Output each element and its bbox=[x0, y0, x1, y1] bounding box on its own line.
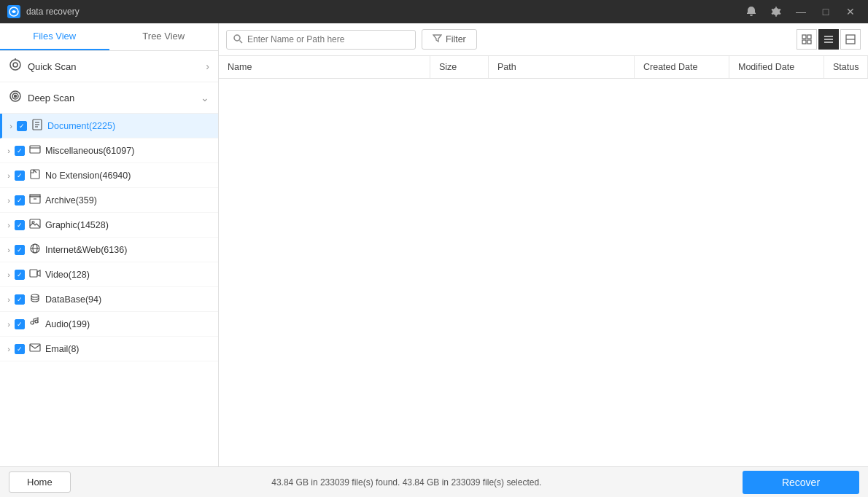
col-header-name[interactable]: Name bbox=[219, 56, 430, 78]
minimize-btn[interactable]: — bbox=[791, 1, 811, 22]
col-header-size[interactable]: Size bbox=[430, 56, 489, 78]
expand-internet-web[interactable]: › bbox=[3, 246, 15, 254]
svg-rect-17 bbox=[30, 219, 40, 228]
table-header: Name Size Path Created Date Modified Dat… bbox=[219, 56, 868, 79]
category-audio[interactable]: › Audio(199) bbox=[0, 312, 218, 337]
app-title: data recovery bbox=[26, 7, 741, 17]
tab-tree-view[interactable]: Tree View bbox=[109, 23, 219, 50]
expand-video[interactable]: › bbox=[3, 270, 15, 279]
svg-rect-32 bbox=[807, 35, 811, 39]
email-icon bbox=[29, 342, 41, 356]
svg-rect-33 bbox=[802, 40, 806, 44]
window-controls: — □ ✕ bbox=[741, 1, 861, 22]
deep-scan-icon bbox=[9, 90, 22, 106]
checkbox-graphic[interactable] bbox=[15, 220, 25, 230]
svg-rect-11 bbox=[30, 146, 40, 153]
no-extension-label: No Extension(46940) bbox=[45, 171, 131, 181]
checkbox-email[interactable] bbox=[15, 344, 25, 354]
graphic-icon bbox=[29, 218, 41, 232]
checkbox-no-extension[interactable] bbox=[15, 171, 25, 181]
audio-label: Audio(199) bbox=[45, 319, 90, 329]
sidebar: Files View Tree View Quick Scan › bbox=[0, 23, 219, 466]
audio-icon bbox=[29, 317, 41, 331]
maximize-btn[interactable]: □ bbox=[815, 1, 836, 22]
graphic-label: Graphic(14528) bbox=[45, 220, 109, 230]
email-label: Email(8) bbox=[45, 344, 80, 354]
expand-no-extension[interactable]: › bbox=[3, 171, 15, 180]
category-graphic[interactable]: › Graphic(14528) bbox=[0, 213, 218, 238]
filter-label: Filter bbox=[446, 34, 466, 44]
notification-btn[interactable] bbox=[741, 1, 762, 22]
col-header-status[interactable]: Status bbox=[824, 56, 868, 78]
expand-database[interactable]: › bbox=[3, 295, 15, 304]
category-no-extension[interactable]: › No Extension(46940) bbox=[0, 163, 218, 188]
search-icon bbox=[233, 34, 243, 46]
checkbox-archive[interactable] bbox=[15, 195, 25, 206]
tab-files-view[interactable]: Files View bbox=[0, 23, 109, 50]
checkbox-document[interactable] bbox=[17, 121, 27, 131]
video-label: Video(128) bbox=[45, 270, 90, 280]
quick-scan-label: Quick Scan bbox=[28, 61, 206, 72]
settings-btn[interactable] bbox=[766, 1, 786, 22]
svg-rect-34 bbox=[807, 40, 811, 44]
category-archive[interactable]: › Archive(359) bbox=[0, 188, 218, 213]
checkbox-audio[interactable] bbox=[15, 319, 25, 329]
col-header-created[interactable]: Created Date bbox=[635, 56, 729, 78]
filter-button[interactable]: Filter bbox=[422, 29, 477, 50]
document-label: Document(2225) bbox=[47, 121, 115, 131]
svg-rect-28 bbox=[30, 344, 40, 351]
recover-button[interactable]: Recover bbox=[743, 471, 859, 494]
category-document[interactable]: › Document(2225) bbox=[0, 114, 218, 138]
category-list: › Document(2225) › Miscellaneous(61097) … bbox=[0, 114, 218, 361]
miscellaneous-icon bbox=[29, 144, 41, 157]
checkbox-database[interactable] bbox=[15, 294, 25, 305]
compact-view-btn[interactable] bbox=[840, 29, 861, 50]
video-icon bbox=[29, 267, 41, 281]
deep-scan-item[interactable]: Deep Scan ⌄ bbox=[0, 82, 218, 114]
checkbox-miscellaneous[interactable] bbox=[15, 146, 25, 156]
category-miscellaneous[interactable]: › Miscellaneous(61097) bbox=[0, 138, 218, 163]
grid-view-btn[interactable] bbox=[797, 29, 817, 50]
checkbox-video[interactable] bbox=[15, 270, 25, 280]
svg-line-30 bbox=[240, 40, 243, 43]
category-database[interactable]: › DataBase(94) bbox=[0, 287, 218, 312]
main-layout: Files View Tree View Quick Scan › bbox=[0, 23, 868, 466]
database-label: DataBase(94) bbox=[45, 294, 101, 305]
tab-bar: Files View Tree View bbox=[0, 23, 218, 51]
col-header-modified[interactable]: Modified Date bbox=[729, 56, 824, 78]
content-area: Filter Name Size Path Created Date Modi bbox=[219, 23, 868, 466]
document-icon bbox=[31, 119, 43, 133]
home-button[interactable]: Home bbox=[9, 471, 71, 493]
expand-archive[interactable]: › bbox=[3, 196, 15, 205]
search-input[interactable] bbox=[247, 34, 409, 44]
checkbox-internet-web[interactable] bbox=[15, 245, 25, 255]
svg-point-29 bbox=[234, 35, 240, 41]
expand-miscellaneous[interactable]: › bbox=[3, 146, 15, 155]
view-buttons bbox=[797, 29, 861, 50]
bottom-bar: Home 43.84 GB in 233039 file(s) found. 4… bbox=[0, 466, 868, 497]
expand-email[interactable]: › bbox=[3, 345, 15, 353]
archive-icon bbox=[29, 193, 41, 207]
expand-document[interactable]: › bbox=[5, 122, 17, 130]
quick-scan-chevron: › bbox=[206, 60, 209, 72]
search-box[interactable] bbox=[226, 30, 416, 50]
miscellaneous-label: Miscellaneous(61097) bbox=[45, 146, 134, 156]
internet-web-label: Internet&Web(6136) bbox=[45, 245, 127, 255]
status-text: 43.84 GB in 233039 file(s) found. 43.84 … bbox=[71, 477, 743, 488]
expand-audio[interactable]: › bbox=[3, 320, 15, 329]
toolbar: Filter bbox=[219, 23, 868, 56]
svg-point-2 bbox=[13, 63, 18, 67]
close-btn[interactable]: ✕ bbox=[840, 1, 861, 22]
svg-rect-22 bbox=[30, 270, 37, 277]
filter-icon bbox=[433, 34, 442, 45]
app-logo bbox=[7, 5, 20, 18]
list-view-btn[interactable] bbox=[818, 29, 839, 50]
col-header-path[interactable]: Path bbox=[489, 56, 635, 78]
category-video[interactable]: › Video(128) bbox=[0, 262, 218, 287]
category-email[interactable]: › Email(8) bbox=[0, 337, 218, 361]
expand-graphic[interactable]: › bbox=[3, 221, 15, 230]
internet-web-icon bbox=[29, 243, 41, 257]
database-icon bbox=[29, 292, 41, 306]
quick-scan-item[interactable]: Quick Scan › bbox=[0, 51, 218, 82]
category-internet-web[interactable]: › Internet&Web(6136) bbox=[0, 238, 218, 262]
